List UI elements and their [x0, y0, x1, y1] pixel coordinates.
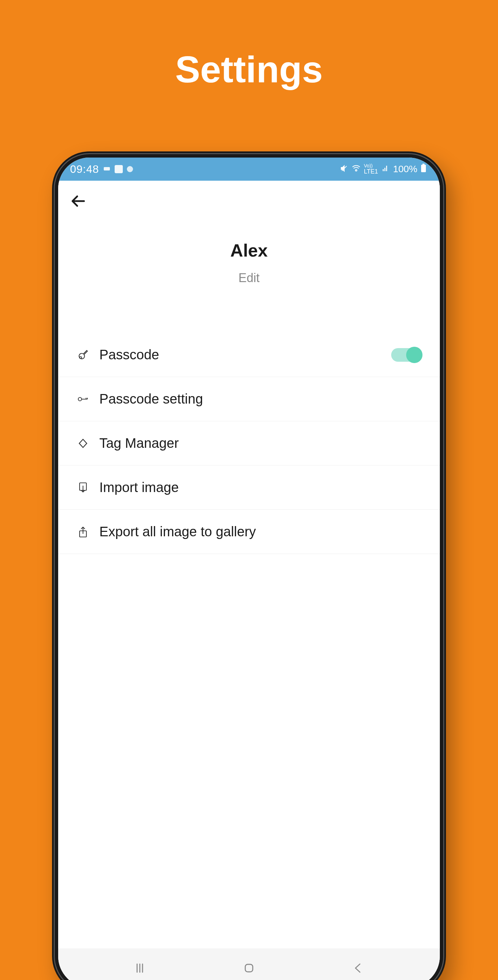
chevron-left-icon	[352, 961, 365, 975]
phone-screen: 09:48 Vo)) LTE1	[58, 158, 440, 980]
arrow-left-icon	[69, 192, 88, 211]
settings-item-tag-manager[interactable]: Tag Manager	[58, 421, 440, 466]
settings-item-label: Import image	[99, 480, 421, 495]
status-dot-icon	[127, 166, 133, 172]
settings-item-export-image[interactable]: Export all image to gallery	[58, 510, 440, 554]
svg-point-3	[78, 398, 82, 401]
network-label: Vo)) LTE1	[364, 163, 378, 175]
toggle-thumb	[406, 347, 423, 363]
import-icon	[77, 482, 89, 494]
settings-item-label: Passcode	[99, 347, 381, 363]
home-icon	[242, 961, 256, 975]
recent-apps-icon	[133, 961, 146, 975]
settings-list: Passcode Passcode setting	[58, 333, 440, 948]
status-time: 09:48	[70, 163, 99, 176]
page-title: Settings	[0, 0, 498, 91]
battery-icon	[421, 163, 426, 175]
edit-profile-link[interactable]: Edit	[58, 271, 440, 285]
svg-rect-6	[245, 964, 253, 972]
nav-home-button[interactable]	[240, 959, 258, 977]
nav-back-button[interactable]	[350, 959, 367, 977]
settings-item-passcode[interactable]: Passcode	[58, 333, 440, 377]
export-icon	[77, 526, 89, 538]
app-content: Alex Edit Passcode	[58, 181, 440, 948]
status-bar-right: Vo)) LTE1 100%	[340, 163, 426, 175]
battery-percentage: 100%	[393, 164, 417, 175]
svg-rect-0	[104, 167, 110, 170]
svg-rect-2	[421, 165, 426, 172]
profile-name: Alex	[58, 240, 440, 261]
status-indicator-icon	[103, 163, 111, 175]
settings-item-import-image[interactable]: Import image	[58, 466, 440, 510]
svg-rect-1	[423, 164, 425, 165]
android-nav-bar	[58, 948, 440, 980]
settings-item-label: Passcode setting	[99, 391, 421, 407]
key-icon	[77, 393, 89, 405]
mute-icon	[340, 163, 348, 175]
settings-item-passcode-setting[interactable]: Passcode setting	[58, 377, 440, 421]
settings-item-label: Export all image to gallery	[99, 524, 421, 539]
guitar-icon	[77, 349, 89, 361]
wifi-icon	[352, 163, 361, 175]
passcode-toggle[interactable]	[391, 348, 421, 362]
status-bar-left: 09:48	[70, 163, 133, 176]
phone-frame: 09:48 Vo)) LTE1	[52, 151, 446, 980]
back-button-container	[58, 181, 440, 211]
signal-icon	[381, 163, 390, 175]
diamond-icon	[77, 437, 89, 450]
status-bar: 09:48 Vo)) LTE1	[58, 158, 440, 181]
back-button[interactable]	[68, 191, 89, 211]
settings-item-label: Tag Manager	[99, 436, 421, 451]
status-app-icon	[115, 165, 123, 173]
nav-recent-button[interactable]	[131, 959, 148, 977]
profile-section: Alex Edit	[58, 211, 440, 333]
